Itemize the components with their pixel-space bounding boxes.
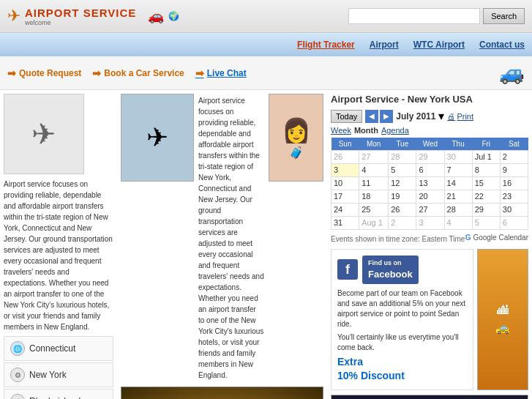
desc-row: ✈ Airport service focuses on providing r…	[121, 94, 323, 382]
calendar-table: Sun Mon Tue Wed Thu Fri Sat 26 27 28 29	[331, 138, 528, 230]
sidebar-description: Airport service focuses on providing rel…	[4, 179, 113, 332]
cal-cell[interactable]: 8	[472, 164, 500, 177]
cal-cell[interactable]: 29	[472, 204, 500, 217]
print-label: Print	[457, 112, 473, 121]
cal-cell[interactable]: 7	[444, 164, 472, 177]
sidebar-label-connecticut: Connecticut	[29, 343, 75, 354]
cal-cell[interactable]: 29	[416, 151, 444, 164]
cal-cell[interactable]: 3	[416, 217, 444, 230]
live-chat-link[interactable]: ➡ Live Chat	[195, 67, 247, 79]
taxi-icon: 🚕	[495, 321, 510, 335]
sidebar-item-connecticut[interactable]: 🌐 Connecticut	[4, 336, 113, 361]
cal-cell[interactable]: 18	[359, 190, 389, 204]
cal-week-4: 17 18 19 20 21 22 23	[331, 190, 528, 204]
book-car-link[interactable]: ➡ Book a Car Service	[92, 67, 184, 79]
gear-icon: ⚙	[10, 368, 25, 382]
cal-cell[interactable]: 16	[500, 177, 528, 190]
fb-header: f Find us on Facebook	[337, 256, 467, 284]
main-content: ✈ Airport service focuses on providing r…	[0, 90, 532, 399]
center-description: Airport service focuses on providing rel…	[197, 94, 266, 382]
today-button[interactable]: Today	[331, 110, 362, 123]
cal-cell[interactable]: 28	[444, 204, 472, 217]
cal-cell[interactable]: 22	[472, 190, 500, 204]
cal-dropdown-icon[interactable]: ▾	[438, 109, 444, 123]
cal-week-btn[interactable]: Week	[331, 126, 351, 135]
navbar: Flight Tracker Airport WTC Airport Conta…	[0, 33, 532, 56]
cal-prev-button[interactable]: ◀	[365, 110, 378, 123]
cal-cell[interactable]: 27	[359, 151, 389, 164]
cal-cell[interactable]: 2	[389, 217, 416, 230]
quote-request-link[interactable]: ➡ Quote Request	[7, 67, 81, 79]
cal-cell[interactable]: 30	[500, 204, 528, 217]
cal-cell[interactable]: 5	[472, 217, 500, 230]
cal-cell[interactable]: 31	[331, 217, 359, 230]
cal-agenda-btn[interactable]: Agenda	[381, 126, 409, 135]
cal-cell[interactable]: 15	[472, 177, 500, 190]
sidebar-nav: 🌐 Connecticut ⚙ New York ⚙ Rhode island …	[4, 336, 113, 399]
right-content: Airport Service - New York USA Today ◀ ▶…	[327, 90, 532, 399]
cal-cell[interactable]: 26	[389, 204, 416, 217]
cal-cell[interactable]: 27	[416, 204, 444, 217]
cal-cell[interactable]: 20	[416, 190, 444, 204]
cal-cell[interactable]: 17	[331, 190, 359, 204]
logo-area: ✈ AIRPORT SERVICE welcome 🚗 🌍	[7, 7, 179, 26]
cal-cell[interactable]: 30	[444, 151, 472, 164]
page-header: ✈ AIRPORT SERVICE welcome 🚗 🌍 Search	[0, 0, 532, 33]
scene-overlay	[121, 387, 323, 399]
nav-contact[interactable]: Contact us	[479, 40, 525, 50]
nav-airport[interactable]: Airport	[370, 40, 399, 50]
arrow-icon2: ➡	[92, 67, 101, 79]
cal-cell[interactable]: 11	[359, 177, 389, 190]
cal-month-label: July 2011	[396, 111, 435, 122]
nav-flight-tracker[interactable]: Flight Tracker	[297, 40, 355, 50]
cal-cell[interactable]: 14	[444, 177, 472, 190]
col-thu: Thu	[444, 138, 472, 151]
cal-cell[interactable]: 2	[500, 151, 528, 164]
cal-cell[interactable]: 28	[389, 151, 416, 164]
cal-cell[interactable]: 24	[331, 204, 359, 217]
cal-cell[interactable]: 10	[331, 177, 359, 190]
middle-column: ✈ Airport service focuses on providing r…	[117, 90, 327, 399]
cal-cell[interactable]: 25	[359, 204, 389, 217]
cal-cell[interactable]: 5	[389, 164, 416, 177]
book-label: Book a Car Service	[104, 68, 184, 78]
cal-cell[interactable]: 3	[331, 164, 359, 177]
fb-find-us-btn[interactable]: Find us on Facebook	[362, 256, 419, 284]
mid-content: ✈ Airport service focuses on providing r…	[117, 90, 327, 399]
cal-cell[interactable]: 4	[359, 164, 389, 177]
cal-cell[interactable]: Jul 1	[472, 151, 500, 164]
sidebar-item-rhode-island[interactable]: ⚙ Rhode island	[4, 389, 113, 399]
col-mon: Mon	[359, 138, 389, 151]
arrow-icon: ➡	[7, 67, 16, 79]
calendar-title: Airport Service - New York USA	[331, 94, 528, 105]
cal-header-row: Sun Mon Tue Wed Thu Fri Sat	[331, 138, 528, 151]
col-wed: Wed	[416, 138, 444, 151]
cal-nav-arrows: ◀ ▶	[365, 110, 393, 123]
cal-month-btn[interactable]: Month	[354, 126, 378, 135]
cal-print-button[interactable]: 🖨 Print	[447, 112, 473, 121]
col-tue: Tue	[389, 138, 416, 151]
plane-image: ✈	[4, 94, 84, 174]
cal-cell[interactable]: 9	[500, 164, 528, 177]
cal-next-button[interactable]: ▶	[380, 110, 393, 123]
google-cal-link[interactable]: G Google Calendar	[465, 234, 528, 242]
logo-text-group: AIRPORT SERVICE welcome	[25, 7, 136, 26]
cal-cell[interactable]: Aug 1	[359, 217, 389, 230]
cal-week-3: 10 11 12 13 14 15 16	[331, 177, 528, 190]
search-button[interactable]: Search	[483, 8, 525, 24]
cal-cell[interactable]: 26	[331, 151, 359, 164]
cal-cell[interactable]: 19	[389, 190, 416, 204]
sidebar-item-new-york[interactable]: ⚙ New York	[4, 362, 113, 387]
cal-cell[interactable]: 4	[444, 217, 472, 230]
cal-cell[interactable]: 6	[500, 217, 528, 230]
search-input[interactable]	[348, 8, 480, 24]
aircraft-image: ✈	[121, 94, 194, 182]
cal-cell[interactable]: 21	[444, 190, 472, 204]
col-sun: Sun	[331, 138, 359, 151]
cal-cell[interactable]: 6	[416, 164, 444, 177]
cal-cell[interactable]: 23	[500, 190, 528, 204]
cal-cell[interactable]: 13	[416, 177, 444, 190]
building-icon: 🏙	[497, 304, 509, 317]
nav-wtc-airport[interactable]: WTC Airport	[413, 40, 465, 50]
cal-cell[interactable]: 12	[389, 177, 416, 190]
